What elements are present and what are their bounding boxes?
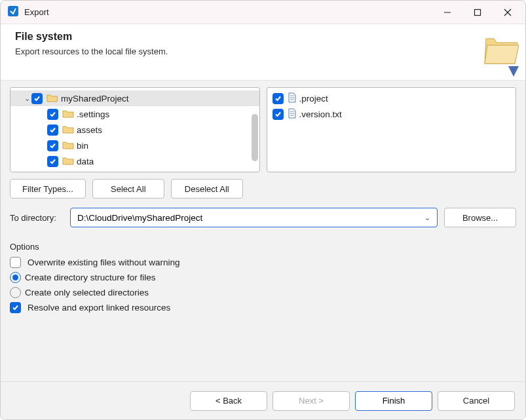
- folder-icon: [62, 156, 74, 167]
- folder-icon: [62, 109, 74, 120]
- close-button[interactable]: [493, 2, 523, 23]
- tree-root-label: mySharedProject: [61, 94, 129, 104]
- wizard-body: ⌄ mySharedProject .settings assets: [1, 81, 525, 381]
- finish-button[interactable]: Finish: [355, 391, 432, 411]
- deselect-all-button[interactable]: Deselect All: [171, 179, 243, 199]
- folder-icon: [62, 140, 74, 151]
- checkbox[interactable]: [47, 140, 58, 151]
- tree-row[interactable]: bin: [10, 138, 259, 153]
- select-all-button[interactable]: Select All: [92, 179, 164, 199]
- file-label: .version.txt: [299, 109, 342, 119]
- tree-row[interactable]: images: [10, 169, 259, 172]
- radio-unchecked[interactable]: [10, 287, 21, 298]
- checkbox[interactable]: [272, 93, 284, 104]
- option-create-only-selected[interactable]: Create only selected directories: [10, 287, 516, 298]
- options-group: Options Overwrite existing files without…: [10, 242, 516, 313]
- checkbox[interactable]: [47, 156, 58, 167]
- to-directory-label: To directory:: [10, 213, 64, 223]
- maximize-button[interactable]: [462, 2, 493, 23]
- tree-label: bin: [77, 141, 88, 151]
- folder-tree-pane[interactable]: ⌄ mySharedProject .settings assets: [10, 87, 260, 172]
- file-row[interactable]: .version.txt: [267, 106, 516, 122]
- options-legend: Options: [10, 242, 516, 252]
- scrollbar-thumb[interactable]: [252, 114, 258, 161]
- minimize-button[interactable]: [432, 2, 462, 23]
- tree-row-root[interactable]: ⌄ mySharedProject: [10, 90, 259, 106]
- app-icon: [7, 5, 19, 20]
- folder-art-icon: [481, 26, 523, 81]
- window-title: Export: [24, 7, 49, 17]
- file-label: .project: [299, 94, 328, 104]
- next-button[interactable]: Next >: [272, 391, 350, 411]
- folder-icon: [62, 172, 74, 172]
- tree-row[interactable]: assets: [10, 122, 259, 138]
- wizard-footer: < Back Next > Finish Cancel: [1, 381, 525, 419]
- browse-button[interactable]: Browse...: [444, 208, 516, 227]
- option-label: Create only selected directories: [25, 288, 149, 297]
- wizard-header: File system Export resources to the loca…: [1, 24, 525, 81]
- checkbox-checked[interactable]: [10, 302, 21, 313]
- checkbox[interactable]: [47, 172, 58, 172]
- checkbox-unchecked[interactable]: [10, 257, 21, 268]
- file-icon: [288, 108, 297, 121]
- radio-checked[interactable]: [10, 272, 21, 283]
- cancel-button[interactable]: Cancel: [438, 391, 515, 411]
- file-icon: [288, 92, 297, 105]
- folder-icon: [62, 124, 74, 136]
- tree-row[interactable]: data: [10, 153, 259, 169]
- titlebar: Export: [1, 1, 525, 24]
- folder-open-icon: [47, 93, 58, 104]
- svg-rect-0: [8, 6, 18, 16]
- option-resolve-linked[interactable]: Resolve and export linked resources: [10, 302, 516, 313]
- tree-label: data: [77, 157, 94, 166]
- to-directory-input[interactable]: [76, 212, 422, 223]
- option-label: Overwrite existing files without warning: [28, 258, 180, 267]
- tree-label: .settings: [77, 109, 109, 119]
- option-label: Resolve and export linked resources: [28, 303, 170, 313]
- back-button[interactable]: < Back: [190, 391, 267, 411]
- option-label: Create directory structure for files: [25, 273, 156, 282]
- to-directory-combo[interactable]: ⌄: [70, 208, 438, 227]
- checkbox[interactable]: [272, 109, 284, 120]
- option-create-dir-structure[interactable]: Create directory structure for files: [10, 272, 516, 283]
- page-title: File system: [15, 31, 515, 43]
- checkbox[interactable]: [47, 109, 58, 120]
- svg-rect-2: [475, 9, 481, 15]
- tree-label: assets: [77, 125, 102, 135]
- option-overwrite[interactable]: Overwrite existing files without warning: [10, 257, 516, 268]
- file-list-pane[interactable]: .project .version.txt: [267, 87, 517, 172]
- checkbox-root[interactable]: [31, 93, 43, 104]
- page-subtitle: Export resources to the local file syste…: [15, 47, 515, 56]
- checkbox[interactable]: [47, 124, 58, 136]
- chevron-down-icon[interactable]: ⌄: [422, 214, 433, 222]
- file-row[interactable]: .project: [267, 90, 516, 106]
- chevron-down-icon[interactable]: ⌄: [22, 94, 31, 103]
- filter-types-button[interactable]: Filter Types...: [10, 179, 86, 199]
- tree-row[interactable]: .settings: [10, 106, 259, 122]
